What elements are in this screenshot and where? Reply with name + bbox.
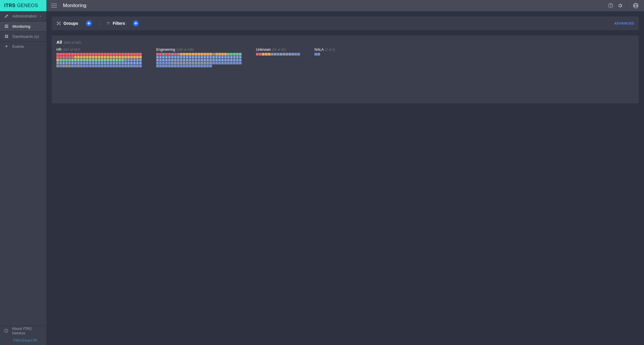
status-cell[interactable]	[206, 59, 209, 61]
status-cell[interactable]	[186, 53, 188, 56]
status-cell[interactable]	[165, 65, 168, 67]
status-cell[interactable]	[259, 53, 262, 56]
status-cell[interactable]	[77, 65, 80, 67]
status-cell[interactable]	[95, 62, 97, 64]
status-cell[interactable]	[200, 53, 203, 56]
status-cell[interactable]	[127, 53, 130, 56]
status-cell[interactable]	[136, 59, 139, 61]
status-cell[interactable]	[274, 53, 276, 56]
status-cell[interactable]	[177, 56, 180, 58]
status-cell[interactable]	[177, 53, 180, 56]
status-cell[interactable]	[189, 62, 191, 64]
status-cell[interactable]	[177, 59, 180, 61]
status-cell[interactable]	[156, 56, 159, 58]
status-cell[interactable]	[171, 65, 174, 67]
status-cell[interactable]	[130, 56, 133, 58]
status-cell[interactable]	[98, 53, 100, 56]
status-cell[interactable]	[200, 62, 203, 64]
status-cell[interactable]	[86, 56, 89, 58]
status-cell[interactable]	[77, 62, 80, 64]
status-cell[interactable]	[68, 62, 71, 64]
status-cell[interactable]	[162, 59, 165, 61]
status-cell[interactable]	[171, 62, 174, 64]
status-cell[interactable]	[98, 56, 100, 58]
status-cell[interactable]	[139, 59, 142, 61]
status-cell[interactable]	[118, 53, 121, 56]
status-cell[interactable]	[104, 62, 106, 64]
status-cell[interactable]	[62, 65, 65, 67]
help-button[interactable]	[606, 1, 615, 10]
status-cell[interactable]	[104, 59, 106, 61]
status-cell[interactable]	[174, 56, 177, 58]
status-cell[interactable]	[77, 59, 80, 61]
status-cell[interactable]	[133, 65, 136, 67]
status-cell[interactable]	[86, 59, 89, 61]
status-cell[interactable]	[86, 53, 89, 56]
status-cell[interactable]	[174, 53, 177, 56]
status-cell[interactable]	[80, 65, 83, 67]
status-cell[interactable]	[165, 62, 168, 64]
status-cell[interactable]	[180, 56, 182, 58]
status-cell[interactable]	[124, 59, 127, 61]
status-cell[interactable]	[133, 56, 136, 58]
status-cell[interactable]	[236, 56, 239, 58]
status-cell[interactable]	[113, 65, 115, 67]
status-cell[interactable]	[118, 65, 121, 67]
status-cell[interactable]	[186, 56, 188, 58]
filters-control[interactable]: Filters	[106, 21, 125, 26]
status-cell[interactable]	[118, 59, 121, 61]
status-cell[interactable]	[165, 53, 168, 56]
status-cell[interactable]	[189, 65, 191, 67]
status-cell[interactable]	[224, 59, 227, 61]
status-cell[interactable]	[162, 53, 165, 56]
status-cell[interactable]	[203, 62, 206, 64]
status-cell[interactable]	[186, 65, 188, 67]
status-cell[interactable]	[59, 53, 62, 56]
status-cell[interactable]	[224, 56, 227, 58]
status-cell[interactable]	[224, 53, 227, 56]
status-cell[interactable]	[195, 53, 197, 56]
status-cell[interactable]	[133, 59, 136, 61]
status-cell[interactable]	[113, 59, 115, 61]
status-cell[interactable]	[136, 65, 139, 67]
status-cell[interactable]	[174, 65, 177, 67]
status-cell[interactable]	[215, 59, 218, 61]
status-cell[interactable]	[317, 53, 320, 56]
status-cell[interactable]	[239, 53, 242, 56]
status-cell[interactable]	[200, 65, 203, 67]
status-cell[interactable]	[203, 53, 206, 56]
status-cell[interactable]	[171, 56, 174, 58]
status-cell[interactable]	[101, 53, 103, 56]
status-cell[interactable]	[186, 62, 188, 64]
status-cell[interactable]	[177, 62, 180, 64]
status-cell[interactable]	[171, 53, 174, 56]
add-group-button[interactable]	[86, 20, 92, 26]
status-cell[interactable]	[198, 53, 200, 56]
status-cell[interactable]	[227, 56, 230, 58]
status-cell[interactable]	[288, 53, 291, 56]
status-cell[interactable]	[177, 65, 180, 67]
status-cell[interactable]	[124, 53, 127, 56]
sidebar-item-monitoring[interactable]: Monitoring	[0, 21, 46, 31]
status-cell[interactable]	[192, 59, 194, 61]
status-cell[interactable]	[59, 59, 62, 61]
status-cell[interactable]	[92, 62, 94, 64]
status-cell[interactable]	[159, 59, 162, 61]
status-cell[interactable]	[227, 62, 230, 64]
status-cell[interactable]	[83, 62, 86, 64]
status-cell[interactable]	[224, 62, 227, 64]
status-cell[interactable]	[233, 59, 236, 61]
status-cell[interactable]	[186, 59, 188, 61]
status-cell[interactable]	[218, 56, 221, 58]
status-cell[interactable]	[180, 65, 182, 67]
status-cell[interactable]	[294, 53, 297, 56]
status-cell[interactable]	[168, 56, 171, 58]
status-cell[interactable]	[65, 56, 68, 58]
sidebar-item-dashboards-[interactable]: Dashboards (α)	[0, 31, 46, 41]
status-cell[interactable]	[203, 59, 206, 61]
status-cell[interactable]	[136, 53, 139, 56]
advanced-link[interactable]: ADVANCED	[614, 22, 634, 25]
status-cell[interactable]	[233, 56, 236, 58]
status-cell[interactable]	[180, 59, 182, 61]
status-cell[interactable]	[89, 59, 92, 61]
